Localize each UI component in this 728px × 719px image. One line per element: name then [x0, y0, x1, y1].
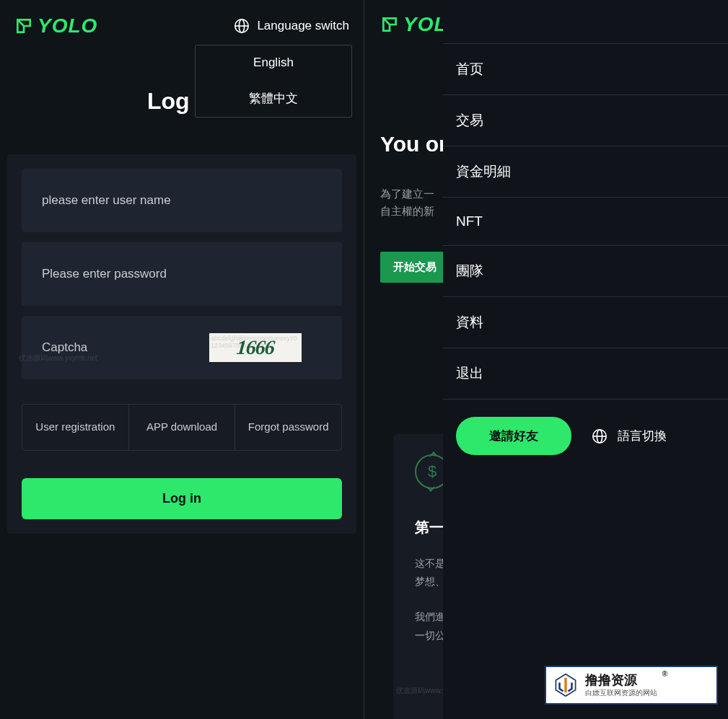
source-badge: 撸撸资源 ® 白嫖互联网资源的网站 — [545, 666, 718, 705]
drawer-footer: 邀請好友 語言切換 — [443, 400, 728, 472]
invite-friends-button[interactable]: 邀請好友 — [456, 417, 571, 455]
globe-icon — [234, 18, 250, 34]
app-download-link[interactable]: APP download — [128, 405, 235, 450]
nav-team[interactable]: 團隊 — [443, 246, 728, 297]
navigation-drawer: 首页 交易 資金明細 NFT 團隊 資料 退出 邀請好友 語言切換 — [443, 0, 728, 719]
brand-logo: YOLO — [14, 14, 97, 38]
header-left: YOLO Language switch English 繁體中文 — [0, 0, 364, 52]
username-input[interactable] — [42, 193, 322, 208]
nav-funds[interactable]: 資金明細 — [443, 146, 728, 198]
start-trade-button[interactable]: 开始交易 — [380, 252, 449, 283]
globe-icon — [592, 428, 608, 444]
nav-nft[interactable]: NFT — [443, 198, 728, 246]
logo-icon — [14, 17, 33, 35]
username-field-wrap — [22, 169, 342, 232]
login-button[interactable]: Log in — [22, 478, 342, 519]
nav-profile[interactable]: 資料 — [443, 297, 728, 348]
captcha-image[interactable]: abcdefghijklmnopqrstuvwxyz0123456789abcd… — [209, 333, 302, 362]
auxiliary-links: User registration APP download Forgot pa… — [22, 404, 342, 451]
language-dropdown: English 繁體中文 — [195, 45, 352, 118]
password-input[interactable] — [42, 267, 322, 281]
lang-option-english[interactable]: English — [196, 45, 351, 80]
badge-main-text: 撸撸资源 ® — [585, 673, 657, 689]
nav-logout[interactable]: 退出 — [443, 348, 728, 400]
watermark-text: 优选源码www.yxymk.net — [19, 353, 97, 363]
forgot-password-link[interactable]: Forgot password — [234, 405, 341, 450]
badge-sub-text: 白嫖互联网资源的网站 — [585, 689, 657, 697]
logo-icon — [380, 15, 399, 34]
badge-registered-icon: ® — [662, 670, 667, 679]
language-switch[interactable]: Language switch — [234, 18, 349, 34]
nav-trade[interactable]: 交易 — [443, 95, 728, 146]
home-pane: YOLO You or 為了建立一 自主權的新 开始交易 $ 第一個 这不是最坏… — [364, 0, 728, 719]
captcha-input[interactable] — [42, 340, 195, 355]
captcha-field-wrap: abcdefghijklmnopqrstuvwxyz0123456789abcd… — [22, 316, 342, 379]
login-pane: YOLO Language switch English 繁體中文 Log in… — [0, 0, 364, 719]
user-registration-link[interactable]: User registration — [22, 405, 128, 450]
password-field-wrap — [22, 242, 342, 306]
badge-logo-icon — [553, 673, 578, 697]
nav-home[interactable]: 首页 — [443, 43, 728, 95]
language-switch-drawer[interactable]: 語言切換 — [592, 428, 667, 444]
language-switch-drawer-label: 語言切換 — [618, 428, 667, 444]
language-switch-label: Language switch — [257, 19, 349, 33]
lang-option-traditional-chinese[interactable]: 繁體中文 — [196, 80, 351, 117]
login-form: 优选源码www.yxymk.net abcdefghijklmnopqrstuv… — [7, 154, 356, 534]
captcha-code: 1666 — [236, 336, 276, 359]
brand-text: YOLO — [38, 14, 97, 38]
